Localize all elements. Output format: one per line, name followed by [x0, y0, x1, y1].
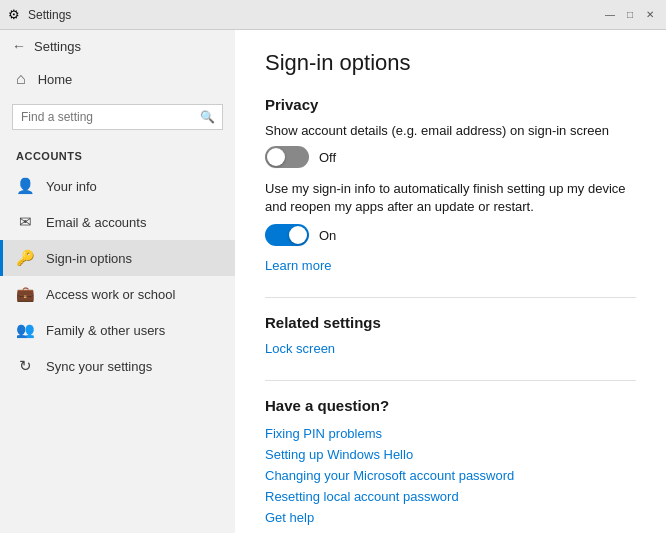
related-settings-title: Related settings	[265, 314, 636, 331]
home-nav-item[interactable]: ⌂ Home	[0, 62, 235, 96]
windows-hello-link[interactable]: Setting up Windows Hello	[265, 447, 636, 462]
search-box[interactable]: 🔍	[12, 104, 223, 130]
home-label: Home	[38, 72, 73, 87]
sidebar-item-sync-settings[interactable]: ↻ Sync your settings	[0, 348, 235, 384]
your-info-label: Your info	[46, 179, 97, 194]
your-info-icon: 👤	[16, 177, 34, 195]
sidebar-item-sign-in-options[interactable]: 🔑 Sign-in options	[0, 240, 235, 276]
question-title: Have a question?	[265, 397, 636, 414]
related-settings-section: Related settings Lock screen	[265, 314, 636, 356]
sign-in-options-label: Sign-in options	[46, 251, 132, 266]
work-icon: 💼	[16, 285, 34, 303]
divider1	[265, 297, 636, 298]
divider2	[265, 380, 636, 381]
toggle1-row: Off	[265, 146, 636, 168]
content-area: Sign-in options Privacy Show account det…	[235, 30, 666, 533]
home-icon: ⌂	[16, 70, 26, 88]
sidebar-item-your-info[interactable]: 👤 Your info	[0, 168, 235, 204]
page-title: Sign-in options	[265, 50, 636, 76]
question-section: Have a question? Fixing PIN problems Set…	[265, 397, 636, 525]
back-button[interactable]: ← Settings	[0, 30, 235, 62]
search-input[interactable]	[12, 104, 223, 130]
access-work-label: Access work or school	[46, 287, 175, 302]
settings-icon: ⚙	[8, 7, 20, 22]
sidebar-item-access-work[interactable]: 💼 Access work or school	[0, 276, 235, 312]
sidebar-item-email-accounts[interactable]: ✉ Email & accounts	[0, 204, 235, 240]
email-accounts-label: Email & accounts	[46, 215, 146, 230]
maximize-button[interactable]: □	[622, 7, 638, 23]
sync-icon: ↻	[16, 357, 34, 375]
lock-screen-link[interactable]: Lock screen	[265, 341, 636, 356]
back-arrow-icon: ←	[12, 38, 26, 54]
toggle1-knob	[267, 148, 285, 166]
sign-in-icon: 🔑	[16, 249, 34, 267]
titlebar-left: ⚙ Settings	[8, 7, 71, 22]
titlebar: ⚙ Settings — □ ✕	[0, 0, 666, 30]
search-icon: 🔍	[200, 110, 215, 124]
toggle1[interactable]	[265, 146, 309, 168]
main-layout: ← Settings ⌂ Home 🔍 Accounts 👤 Your info…	[0, 30, 666, 533]
setting2-desc: Use my sign-in info to automatically fin…	[265, 180, 636, 216]
privacy-title: Privacy	[265, 96, 636, 113]
ms-account-password-link[interactable]: Changing your Microsoft account password	[265, 468, 636, 483]
close-button[interactable]: ✕	[642, 7, 658, 23]
learn-more-link[interactable]: Learn more	[265, 258, 636, 273]
family-users-label: Family & other users	[46, 323, 165, 338]
sidebar: ← Settings ⌂ Home 🔍 Accounts 👤 Your info…	[0, 30, 235, 533]
setting1-desc: Show account details (e.g. email address…	[265, 123, 636, 138]
get-help-link[interactable]: Get help	[265, 510, 636, 525]
email-icon: ✉	[16, 213, 34, 231]
toggle1-label: Off	[319, 150, 336, 165]
toggle2-row: On	[265, 224, 636, 246]
family-icon: 👥	[16, 321, 34, 339]
accounts-header: Accounts	[0, 138, 235, 168]
toggle2[interactable]	[265, 224, 309, 246]
sync-settings-label: Sync your settings	[46, 359, 152, 374]
minimize-button[interactable]: —	[602, 7, 618, 23]
toggle2-knob	[289, 226, 307, 244]
sidebar-item-family-users[interactable]: 👥 Family & other users	[0, 312, 235, 348]
back-label: Settings	[34, 39, 81, 54]
titlebar-controls[interactable]: — □ ✕	[602, 7, 658, 23]
privacy-section: Privacy Show account details (e.g. email…	[265, 96, 636, 273]
fixing-pin-link[interactable]: Fixing PIN problems	[265, 426, 636, 441]
local-account-password-link[interactable]: Resetting local account password	[265, 489, 636, 504]
titlebar-title: Settings	[28, 8, 71, 22]
toggle2-label: On	[319, 228, 336, 243]
